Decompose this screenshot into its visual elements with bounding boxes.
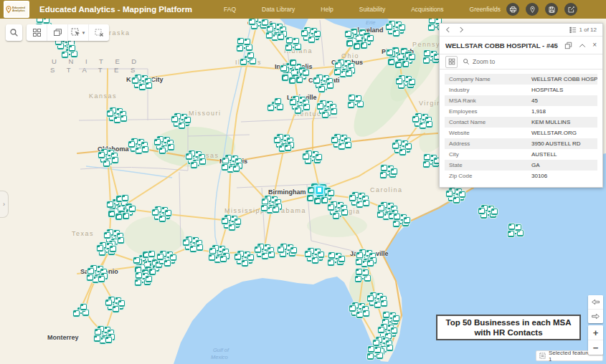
business-marker[interactable] xyxy=(330,107,338,115)
business-marker[interactable] xyxy=(290,246,298,254)
zoom-in-button[interactable]: + xyxy=(588,325,603,340)
business-marker[interactable] xyxy=(355,258,363,266)
business-marker[interactable] xyxy=(289,59,297,67)
business-marker[interactable] xyxy=(273,136,281,144)
basemap-button[interactable] xyxy=(27,24,47,41)
nav-item-data-library[interactable]: Data Library xyxy=(262,6,295,13)
business-marker[interactable] xyxy=(167,143,175,151)
business-marker[interactable] xyxy=(345,70,353,77)
business-marker[interactable] xyxy=(185,153,193,161)
business-marker[interactable] xyxy=(385,23,393,31)
business-marker[interactable] xyxy=(108,210,115,218)
business-marker[interactable] xyxy=(304,250,312,258)
business-marker[interactable] xyxy=(377,326,385,334)
business-marker[interactable] xyxy=(508,223,516,231)
previous-extent-button[interactable] xyxy=(588,295,603,310)
business-marker[interactable] xyxy=(133,257,141,264)
business-marker[interactable] xyxy=(36,19,44,24)
business-marker[interactable] xyxy=(164,259,171,267)
business-marker[interactable] xyxy=(280,64,288,72)
business-marker[interactable] xyxy=(354,275,362,283)
business-marker[interactable] xyxy=(199,158,207,166)
business-marker[interactable] xyxy=(254,246,262,254)
business-marker[interactable] xyxy=(182,239,190,246)
business-marker[interactable] xyxy=(148,250,156,258)
business-marker[interactable] xyxy=(281,74,289,82)
business-marker[interactable] xyxy=(386,344,394,352)
business-marker[interactable] xyxy=(344,141,352,149)
zoom-to-button[interactable]: Zoom to xyxy=(463,58,495,65)
business-marker[interactable] xyxy=(423,153,431,161)
business-marker[interactable] xyxy=(141,145,149,153)
business-marker[interactable] xyxy=(178,122,186,130)
business-marker[interactable] xyxy=(392,142,399,150)
business-marker[interactable] xyxy=(507,230,515,238)
business-marker[interactable] xyxy=(289,98,297,106)
business-marker[interactable] xyxy=(134,279,142,287)
business-marker[interactable] xyxy=(316,102,324,110)
business-marker[interactable] xyxy=(93,335,101,343)
nav-item-faq[interactable]: FAQ xyxy=(224,6,236,13)
business-marker[interactable] xyxy=(302,153,310,161)
business-marker[interactable] xyxy=(392,315,400,322)
business-marker[interactable] xyxy=(105,336,113,344)
business-marker[interactable] xyxy=(348,94,356,102)
business-marker[interactable] xyxy=(402,60,409,68)
expand-left-panel-tab[interactable]: › xyxy=(0,191,9,218)
business-marker[interactable] xyxy=(326,82,334,90)
business-marker[interactable] xyxy=(240,58,247,66)
business-marker[interactable] xyxy=(96,244,104,252)
nav-item-suitability[interactable]: Suitability xyxy=(359,6,385,13)
business-marker[interactable] xyxy=(403,216,411,224)
business-marker[interactable] xyxy=(380,300,388,307)
business-marker[interactable] xyxy=(236,44,244,52)
business-marker[interactable] xyxy=(408,78,416,86)
business-marker[interactable] xyxy=(106,201,114,209)
business-marker[interactable] xyxy=(105,299,113,307)
business-marker[interactable] xyxy=(366,259,374,267)
business-marker[interactable] xyxy=(128,140,136,148)
business-marker[interactable] xyxy=(158,147,166,155)
business-marker[interactable] xyxy=(366,34,374,42)
business-marker[interactable] xyxy=(190,161,198,169)
business-marker[interactable] xyxy=(380,164,388,172)
business-marker[interactable] xyxy=(80,303,87,311)
business-marker[interactable] xyxy=(395,77,403,85)
business-marker[interactable] xyxy=(423,49,431,57)
business-marker[interactable] xyxy=(412,115,420,123)
zoom-out-button[interactable]: − xyxy=(588,340,603,355)
business-marker[interactable] xyxy=(272,206,280,214)
business-marker[interactable] xyxy=(145,82,153,90)
business-marker[interactable] xyxy=(341,209,349,216)
business-marker[interactable] xyxy=(302,69,310,77)
nav-item-acquisitions[interactable]: Acquisitions xyxy=(411,6,443,13)
business-marker[interactable] xyxy=(427,24,435,32)
business-marker[interactable] xyxy=(307,186,315,194)
edit-button[interactable] xyxy=(564,3,577,16)
next-feature-button[interactable] xyxy=(459,27,464,33)
business-marker[interactable] xyxy=(128,205,136,213)
business-marker[interactable] xyxy=(379,171,387,179)
business-marker[interactable] xyxy=(346,39,354,47)
business-marker[interactable] xyxy=(377,211,384,219)
business-marker[interactable] xyxy=(382,311,390,319)
business-marker[interactable] xyxy=(277,246,285,254)
business-marker[interactable] xyxy=(347,101,355,109)
business-marker[interactable] xyxy=(333,68,341,76)
business-marker[interactable] xyxy=(366,353,374,360)
business-marker[interactable] xyxy=(308,36,316,44)
dock-button[interactable] xyxy=(564,42,572,49)
business-marker[interactable] xyxy=(219,255,227,263)
select-tool-button[interactable]: ▼ xyxy=(68,24,89,41)
business-marker[interactable] xyxy=(145,275,153,283)
business-marker[interactable] xyxy=(72,310,80,317)
business-marker[interactable] xyxy=(386,49,394,57)
business-marker[interactable] xyxy=(321,111,329,119)
business-marker[interactable] xyxy=(327,189,335,197)
layers-button[interactable] xyxy=(47,24,68,41)
map-canvas[interactable]: U N I T E DS T A T E SNebraskaKansasMiss… xyxy=(0,19,606,364)
related-records-button[interactable] xyxy=(445,56,458,68)
business-marker[interactable] xyxy=(112,305,120,313)
business-marker[interactable] xyxy=(392,220,400,228)
business-marker[interactable] xyxy=(196,244,204,252)
